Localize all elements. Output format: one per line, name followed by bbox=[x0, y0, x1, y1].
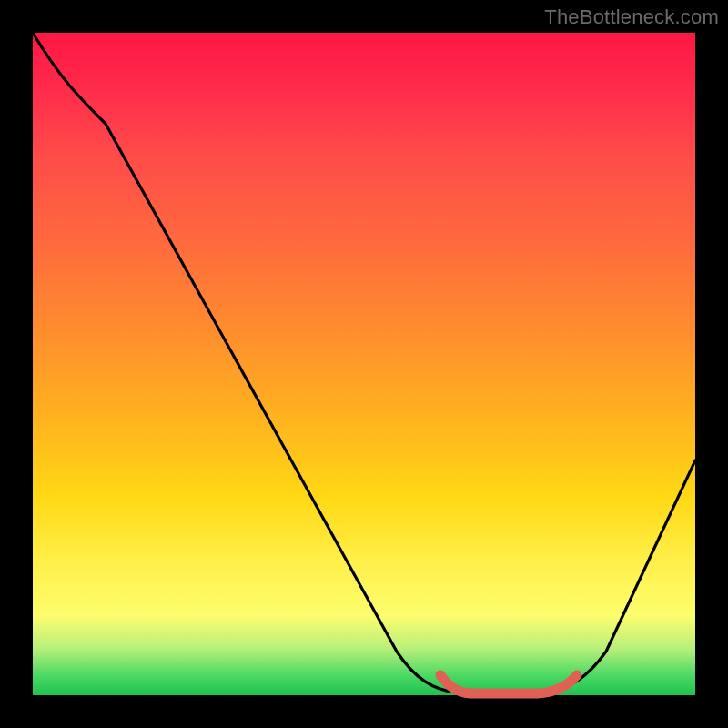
plot-area bbox=[33, 33, 695, 695]
bottleneck-curve bbox=[33, 33, 695, 693]
curve-svg bbox=[33, 33, 695, 695]
optimal-region-highlight bbox=[440, 675, 577, 693]
chart-frame: TheBottleneck.com bbox=[0, 0, 728, 728]
watermark-label: TheBottleneck.com bbox=[544, 5, 719, 29]
